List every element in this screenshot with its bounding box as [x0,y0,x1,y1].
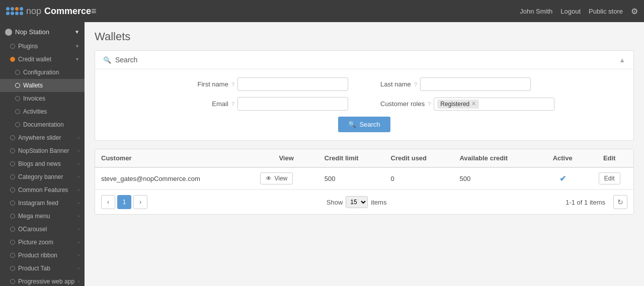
prev-page-button[interactable]: ‹ [101,195,115,209]
next-page-button[interactable]: › [133,195,147,209]
product-tab-icon [10,266,15,271]
sidebar-item-anywhere-slider[interactable]: Anywhere slider › [0,131,85,144]
col-edit: Edit [585,149,633,167]
edit-button[interactable]: Edit [599,172,620,184]
chevron-right-icon: › [78,279,79,284]
search-form-row-1: First name ? Last name ? [103,77,625,91]
chevron-right-icon: › [78,214,79,219]
sidebar-item-blogs-and-news[interactable]: Blogs and news › [0,157,85,170]
email-input[interactable] [237,97,348,111]
col-active: Active [540,149,585,167]
chevron-right-icon: › [78,266,79,271]
email-help-icon[interactable]: ? [231,101,234,107]
sidebar-item-mega-menu[interactable]: Mega menu › [0,210,85,223]
chevron-right-icon: › [78,148,79,153]
chevron-right-icon: › [78,227,79,232]
search-btn-icon: 🔍 [348,121,356,128]
chevron-right-icon: › [78,174,79,179]
search-card-label: Search [115,56,137,64]
category-banner-icon [10,174,15,179]
chevron-right-icon: ▼ [75,44,79,49]
col-customer: Customer [95,149,254,167]
col-credit-used: Credit used [385,149,454,167]
first-name-label: First name [197,80,228,88]
first-name-help-icon[interactable]: ? [231,81,234,87]
sidebar-item-nop-station[interactable]: Nop Station ▼ [0,24,85,40]
first-name-input[interactable] [237,77,348,91]
invoices-icon [15,96,20,101]
settings-icon[interactable]: ⚙ [631,7,638,16]
sidebar-item-progressive-web-app[interactable]: Progressive web app › [0,275,85,286]
current-page-button[interactable]: 1 [117,195,131,209]
refresh-button[interactable]: ↻ [613,195,627,209]
sidebar-item-label: Configuration [23,69,59,76]
sidebar-item-nopstation-banner[interactable]: NopStation Banner › [0,144,85,157]
sidebar-item-product-ribbon[interactable]: Product ribbon › [0,249,85,262]
registered-tag: Registered ✕ [437,100,479,109]
search-icon: 🔍 [103,56,111,64]
table-footer: ‹ 1 › Show 15 25 50 items 1-1 of 1 items… [95,189,633,214]
chevron-right-icon: › [78,161,79,166]
logout-button[interactable]: Logout [560,8,581,15]
search-btn-label: Search [359,121,380,128]
sidebar-item-label: Blogs and news [18,160,61,167]
first-name-group: First name ? [197,77,348,91]
sidebar-item-picture-zoom[interactable]: Picture zoom › [0,236,85,249]
sidebar-item-configuration[interactable]: Configuration [0,66,85,79]
page-title: Wallets [95,30,634,43]
customer-roles-group: Customer roles ? Registered ✕ [380,98,554,111]
sidebar-item-instagram-feed[interactable]: Instagram feed › [0,197,85,210]
hamburger-icon[interactable]: ≡ [91,6,97,17]
email-label: Email [212,100,228,108]
count-label: 1-1 of 1 items [566,199,605,206]
view-button[interactable]: 👁 View [260,172,293,184]
cell-credit-used: 0 [385,167,454,189]
page-size-select[interactable]: 15 25 50 [346,196,368,208]
last-name-help-icon[interactable]: ? [414,81,417,87]
view-btn-label: View [274,175,287,182]
sidebar-item-category-banner[interactable]: Category banner › [0,170,85,183]
sidebar-item-plugins[interactable]: Plugins ▼ [0,40,85,53]
email-group: Email ? [212,97,348,111]
sidebar-item-product-tab[interactable]: Product Tab › [0,262,85,275]
sidebar-item-documentation[interactable]: Documentation [0,118,85,131]
cell-view: 👁 View [254,167,318,189]
sidebar-item-label: Credit wallet [18,56,51,63]
configuration-icon [15,70,20,75]
navbar-right: John Smith Logout Public store ⚙ [520,7,638,16]
navbar: nopCommerce ≡ John Smith Logout Public s… [0,0,644,22]
public-store-button[interactable]: Public store [589,8,623,15]
brand-logo[interactable]: nopCommerce [26,6,91,17]
customer-roles-help-icon[interactable]: ? [428,101,431,107]
chevron-right-icon: › [78,187,79,193]
search-card-header[interactable]: 🔍 Search ▲ [95,51,633,69]
sidebar-item-label: Invoices [23,95,45,102]
search-card-body: First name ? Last name ? [95,69,633,140]
cell-edit: Edit [585,167,633,189]
sidebar-item-label: Nop Station [15,28,49,36]
sidebar-item-wallets[interactable]: Wallets [0,79,85,92]
sidebar-item-ocarousel[interactable]: OCarousel › [0,223,85,236]
last-name-input[interactable] [420,77,531,91]
pwa-icon [10,279,15,284]
tag-remove-button[interactable]: ✕ [471,101,476,107]
chevron-down-icon: ▼ [74,29,79,35]
sidebar-item-invoices[interactable]: Invoices [0,92,85,105]
sidebar-item-label: Common Features [18,186,68,194]
sidebar-item-activities[interactable]: Activities [0,105,85,118]
search-button[interactable]: 🔍 Search [338,117,390,132]
product-ribbon-icon [10,253,15,258]
username-label: John Smith [520,8,552,15]
sidebar-item-common-features[interactable]: Common Features › [0,183,85,197]
wallets-table: Customer View Credit limit Credit used A… [95,149,633,189]
table-header-row: Customer View Credit limit Credit used A… [95,149,633,167]
customer-roles-input[interactable]: Registered ✕ [434,98,554,111]
sidebar-item-label: Mega menu [18,213,50,220]
chevron-right-icon: › [78,240,79,245]
brand-nop: nop [26,6,41,17]
chevron-right-icon: › [78,201,79,206]
cell-available-credit: 500 [453,167,540,189]
last-name-label: Last name [380,80,411,88]
brand-commerce: Commerce [44,6,91,17]
sidebar-item-credit-wallet[interactable]: Credit wallet ▼ [0,53,85,66]
